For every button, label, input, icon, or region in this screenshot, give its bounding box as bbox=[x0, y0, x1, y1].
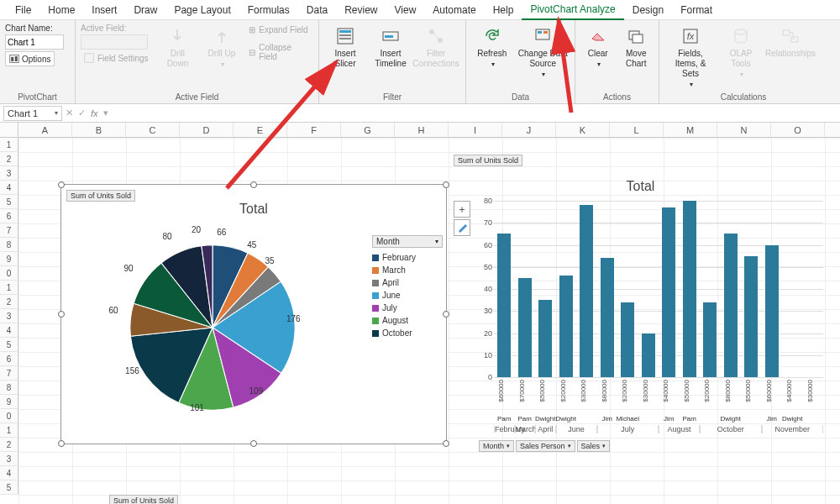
chart-filter-button[interactable]: Sales▾ bbox=[577, 440, 611, 452]
chart-filter-button[interactable]: Month▾ bbox=[479, 440, 514, 452]
menu-design[interactable]: Design bbox=[624, 1, 672, 19]
row-header[interactable]: 5 bbox=[0, 195, 18, 209]
column-header[interactable]: B bbox=[72, 123, 126, 137]
row-header[interactable]: 4 bbox=[0, 323, 18, 338]
chart-name-input[interactable] bbox=[5, 34, 64, 50]
refresh-button[interactable]: Refresh▾ bbox=[471, 24, 513, 71]
insert-timeline-button[interactable]: Insert Timeline bbox=[370, 24, 412, 71]
bar[interactable] bbox=[744, 256, 758, 377]
column-header[interactable]: I bbox=[449, 123, 502, 137]
resize-handle[interactable] bbox=[443, 181, 449, 188]
column-header[interactable]: C bbox=[126, 123, 180, 137]
bar[interactable] bbox=[559, 276, 573, 377]
row-header[interactable]: 2 bbox=[0, 152, 18, 166]
menu-home[interactable]: Home bbox=[39, 1, 83, 19]
menu-data[interactable]: Data bbox=[298, 1, 336, 19]
column-header[interactable]: M bbox=[664, 123, 717, 137]
column-header[interactable]: N bbox=[717, 123, 771, 137]
column-header[interactable]: A bbox=[18, 123, 72, 137]
row-header[interactable]: 3 bbox=[0, 309, 18, 323]
chart-field-badge[interactable]: Sum of Units Sold bbox=[109, 495, 178, 504]
chart-elements-button[interactable]: ＋ bbox=[454, 201, 470, 218]
legend-filter-button[interactable]: Month ▾ bbox=[372, 235, 443, 248]
bar[interactable] bbox=[724, 234, 738, 377]
row-header[interactable]: 5 bbox=[0, 480, 18, 495]
menu-page-layout[interactable]: Page Layout bbox=[165, 1, 239, 19]
row-header[interactable]: 1 bbox=[0, 281, 18, 295]
menu-draw[interactable]: Draw bbox=[125, 1, 165, 19]
resize-handle[interactable] bbox=[250, 181, 257, 188]
column-header[interactable]: L bbox=[610, 123, 664, 137]
resize-handle[interactable] bbox=[250, 440, 257, 447]
menu-formulas[interactable]: Formulas bbox=[239, 1, 298, 19]
options-button[interactable]: Options bbox=[5, 51, 55, 66]
bar[interactable] bbox=[538, 300, 552, 377]
active-field-input[interactable] bbox=[81, 34, 148, 50]
bar[interactable] bbox=[683, 201, 696, 377]
name-box[interactable]: Chart 1 ▾ bbox=[3, 106, 62, 121]
bar[interactable] bbox=[580, 205, 593, 377]
row-header[interactable]: 6 bbox=[0, 352, 18, 366]
resize-handle[interactable] bbox=[58, 311, 65, 318]
menu-format[interactable]: Format bbox=[672, 1, 721, 19]
column-header[interactable]: F bbox=[287, 123, 341, 137]
bar[interactable] bbox=[662, 207, 675, 377]
resize-handle[interactable] bbox=[443, 440, 449, 447]
column-header[interactable]: O bbox=[771, 123, 825, 137]
chart-filter-button[interactable]: Sales Person▾ bbox=[516, 440, 575, 452]
select-all-corner[interactable] bbox=[0, 123, 18, 137]
clear-button[interactable]: Clear▾ bbox=[580, 24, 616, 71]
column-header[interactable]: E bbox=[234, 123, 287, 137]
chart-field-badge[interactable]: Sum of Units Sold bbox=[66, 190, 135, 202]
insert-slicer-button[interactable]: Insert Slicer bbox=[324, 24, 366, 71]
bar[interactable] bbox=[518, 278, 532, 377]
pie-chart-container[interactable]: Sum of Units Sold Total 6645351761091011… bbox=[60, 184, 447, 444]
row-header[interactable]: 5 bbox=[0, 338, 18, 352]
worksheet[interactable]: 1234567890123456789012345 Sum of Units S… bbox=[0, 138, 840, 504]
row-header[interactable]: 7 bbox=[0, 223, 18, 238]
bar-chart-container[interactable]: Sum of Units Sold Total ＋ 01020304050607… bbox=[454, 155, 827, 449]
row-header[interactable]: 2 bbox=[0, 295, 18, 309]
row-header[interactable]: 2 bbox=[0, 438, 18, 452]
menu-review[interactable]: Review bbox=[336, 1, 386, 19]
column-header[interactable]: K bbox=[556, 123, 610, 137]
chart-field-badge[interactable]: Sum of Units Sold bbox=[454, 155, 522, 166]
bar[interactable] bbox=[601, 258, 614, 377]
row-header[interactable]: 4 bbox=[0, 181, 18, 195]
column-header[interactable]: G bbox=[341, 123, 395, 137]
menu-view[interactable]: View bbox=[386, 1, 425, 19]
bar[interactable] bbox=[703, 302, 717, 377]
bar[interactable] bbox=[765, 245, 779, 378]
chart-styles-button[interactable] bbox=[454, 219, 470, 236]
menu-automate[interactable]: Automate bbox=[424, 1, 484, 19]
row-header[interactable]: 6 bbox=[0, 209, 18, 223]
menu-help[interactable]: Help bbox=[485, 1, 522, 19]
row-header[interactable]: 7 bbox=[0, 366, 18, 381]
row-header[interactable]: 9 bbox=[0, 252, 18, 266]
column-header[interactable]: J bbox=[502, 123, 556, 137]
row-header[interactable]: 1 bbox=[0, 138, 18, 152]
move-chart-button[interactable]: Move Chart bbox=[619, 24, 654, 71]
row-header[interactable]: 0 bbox=[0, 266, 18, 281]
bar[interactable] bbox=[621, 302, 634, 377]
bar[interactable] bbox=[642, 333, 655, 378]
menu-file[interactable]: File bbox=[7, 1, 39, 19]
row-header[interactable]: 4 bbox=[0, 466, 18, 480]
change-data-source-button[interactable]: Change Data Source▾ bbox=[517, 24, 570, 81]
menu-pivotchart-analyze[interactable]: PivotChart Analyze bbox=[522, 0, 623, 20]
bar[interactable] bbox=[497, 234, 511, 377]
resize-handle[interactable] bbox=[443, 311, 449, 318]
menu-insert[interactable]: Insert bbox=[83, 1, 125, 19]
resize-handle[interactable] bbox=[58, 440, 65, 447]
row-header[interactable]: 3 bbox=[0, 452, 18, 466]
resize-handle[interactable] bbox=[58, 181, 65, 188]
row-header[interactable]: 1 bbox=[0, 423, 18, 438]
row-header[interactable]: 3 bbox=[0, 166, 18, 181]
row-header[interactable]: 8 bbox=[0, 381, 18, 395]
column-header[interactable]: H bbox=[395, 123, 449, 137]
row-header[interactable]: 8 bbox=[0, 238, 18, 252]
row-header[interactable]: 9 bbox=[0, 395, 18, 409]
row-header[interactable]: 0 bbox=[0, 409, 18, 423]
column-header[interactable]: D bbox=[180, 123, 234, 137]
fields-items-sets-button[interactable]: fx Fields, Items, & Sets▾ bbox=[664, 24, 717, 91]
